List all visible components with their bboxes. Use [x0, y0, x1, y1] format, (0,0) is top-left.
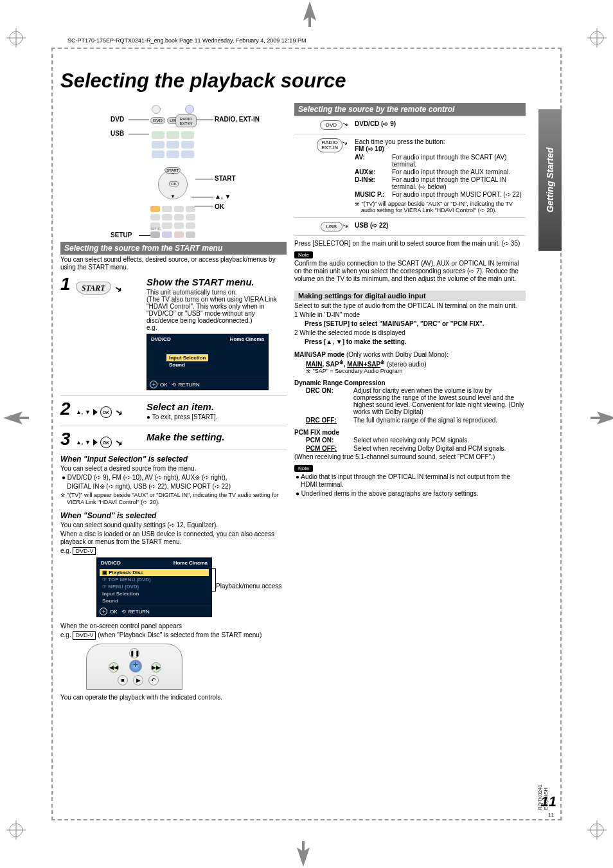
- drc-head: Dynamic Range Compression: [294, 379, 386, 386]
- remote-btn-setup-label: SETUP: [150, 227, 161, 231]
- right-section-bar: Selecting the source by the remote contr…: [294, 103, 526, 116]
- svg-marker-13: [591, 411, 613, 424]
- drc-off-k: DRC OFF:: [306, 417, 353, 424]
- text: 1 While in "D-IN" mode: [294, 311, 526, 319]
- drc-on-k: DRC ON:: [306, 387, 353, 415]
- ok-button-icon: OK: [100, 437, 112, 448]
- crop-line: [51, 819, 562, 820]
- footnote: ※ "SAP" = Secondary Audio Program: [312, 368, 526, 374]
- play-icon: ▶: [133, 675, 143, 685]
- kv-k: D-IN※:: [355, 176, 392, 190]
- menu-screen: DVD/CDHome Cinema Input Selection Sound …: [147, 334, 269, 390]
- stop-icon: ■: [118, 675, 128, 685]
- kv-k: AV:: [355, 154, 392, 168]
- kv-k: AUX※:: [355, 168, 392, 176]
- control-panel: ❚❚ ◀◀ ✛ ▶▶ ■ ▶ ↶: [86, 644, 182, 690]
- note-bullet: ● Audio that is input through the OPTICA…: [294, 473, 526, 489]
- ms-dvdcd: DVD/CD: [151, 336, 171, 342]
- pointer: [129, 120, 149, 120]
- remote-label-dvd: DVD: [111, 116, 124, 123]
- step-desc: ● To exit, press [START].: [147, 413, 287, 420]
- ok-ring-icon: ✛: [100, 608, 107, 615]
- note-badge: Note: [294, 465, 313, 472]
- right-column: Selecting the source by the remote contr…: [294, 103, 526, 498]
- rewind-icon: ◀◀: [109, 662, 119, 673]
- row-fm: FM (➪ 10): [355, 145, 384, 152]
- row-text: DVD/CD (➪ 9): [355, 120, 396, 127]
- pill-dvd: DVD: [320, 120, 342, 130]
- registration-mark: [587, 820, 607, 840]
- pcm-on-v: Select when receiving only PCM signals.: [353, 437, 526, 444]
- ok-ring-icon: ✛: [150, 381, 157, 388]
- left-column: DVD USB SETUP RADIO, EXT-IN START ▲, ▼ O…: [60, 103, 287, 701]
- footnote: ※ "(TV)" will appear beside "AUX" or "DI…: [67, 492, 287, 506]
- remote-label-radio-extin: RADIO, EXT-IN: [215, 116, 260, 123]
- remote-label-setup: SETUP: [111, 231, 132, 239]
- text: You can select sound quality settings (➪…: [60, 521, 287, 529]
- svg-marker-12: [3, 411, 29, 424]
- ok-disc-icon: ✛: [129, 660, 142, 673]
- msap-head: MAIN/SAP mode: [294, 351, 344, 358]
- remote-diagram: DVD USB SETUP RADIO, EXT-IN START ▲, ▼ O…: [60, 103, 287, 242]
- registration-mark: [591, 411, 610, 431]
- text: (When receiving true 5.1-channel surroun…: [294, 453, 526, 461]
- step-icon: ▲, ▼OK↘: [76, 406, 122, 418]
- step-number: 1: [60, 274, 71, 294]
- ms-playback-disc: ▣ Playback Disc: [100, 569, 209, 576]
- ok-button-icon: OK: [100, 406, 112, 418]
- msap-paren: (Only works with Dolby Dual Mono):: [344, 351, 449, 358]
- left-intro: You can select sound effects, desired so…: [60, 256, 287, 271]
- ms-row: ☞ TOP MENU (DVD): [100, 576, 209, 583]
- ms-row: Sound: [100, 597, 209, 604]
- badge-dvd-v: DVD-V: [73, 631, 96, 640]
- page-number-small: 11: [548, 812, 554, 818]
- text: e.g. DVD-V (when "Playback Disc" is sele…: [60, 631, 287, 640]
- nav-ring: ▲ ▼ OK: [158, 170, 188, 199]
- source-row-dvd: DVD↘ DVD/CD (➪ 9): [294, 116, 526, 134]
- playback-menu-access-label: Playback/menu access: [216, 583, 281, 590]
- text: When a disc is loaded or an USB device i…: [60, 530, 287, 546]
- row-text: USB (➪ 22): [355, 222, 388, 229]
- svg-marker-14: [303, 1, 316, 27]
- registration-mark: [3, 411, 22, 431]
- crop-line: [51, 48, 562, 49]
- left-section-bar: Selecting the source from the START menu: [60, 242, 287, 255]
- remote-btn-dvd: DVD: [150, 117, 165, 124]
- text: When the on-screen control panel appears: [60, 622, 287, 630]
- remote-body: DVD USB RADIOEXT-IN ▲ ▼ OK START SE: [148, 103, 198, 242]
- text: You can operate the playback with the in…: [60, 694, 287, 701]
- pill-usb: USB: [321, 222, 342, 231]
- ms-sound: Sound: [166, 361, 249, 368]
- grey-subhead: Making settings for digital audio input: [294, 291, 526, 301]
- pause-icon: ❚❚: [129, 648, 139, 658]
- drc-off-v: The full dynamic range of the signal is …: [353, 417, 526, 424]
- kv-v: For audio input through the OPTICAL IN t…: [392, 176, 526, 190]
- source-row-radio: RADIOEXT-IN↘ Each time you press the but…: [294, 134, 526, 218]
- remote-btn-radio-extin: RADIOEXT-IN: [175, 114, 197, 127]
- ms-row: Input Selection: [100, 590, 209, 597]
- registration-mark: [297, 847, 316, 867]
- menu-screen-2: DVD/CDHome Cinema ▣ Playback Disc ☞ TOP …: [96, 557, 212, 617]
- step-number: 2: [60, 399, 71, 419]
- step-title: Select an item.: [147, 401, 287, 412]
- svg-marker-15: [297, 841, 310, 867]
- registration-mark: [6, 820, 26, 840]
- ms-dvdcd: DVD/CD: [101, 560, 121, 566]
- start-button-icon: START: [76, 282, 111, 295]
- step-title: Show the START menu.: [147, 276, 287, 287]
- text: Press [▲, ▼] to make the setting.: [305, 338, 407, 345]
- ms-input-selection: Input Selection: [166, 354, 208, 361]
- source-table: DVD↘ DVD/CD (➪ 9) RADIOEXT-IN↘ Each time…: [294, 116, 526, 236]
- subhead-sound: When "Sound" is selected: [60, 511, 287, 520]
- pointer: [195, 179, 213, 179]
- text: Press [SELECTOR] on the main unit to sel…: [294, 240, 526, 248]
- ms-ok: OK: [160, 382, 168, 388]
- pcm-head: PCM FIX mode: [294, 429, 339, 436]
- side-tab: Getting Started: [538, 109, 562, 251]
- ms-hc: Home Cinema: [173, 560, 208, 566]
- registration-mark: [297, 1, 316, 21]
- step-icon: START↘: [76, 282, 121, 295]
- text: 2 While the selected mode is displayed: [294, 329, 526, 337]
- step-desc: This unit automatically turns on. (The T…: [147, 289, 287, 331]
- remote-btn-start: START: [164, 167, 181, 174]
